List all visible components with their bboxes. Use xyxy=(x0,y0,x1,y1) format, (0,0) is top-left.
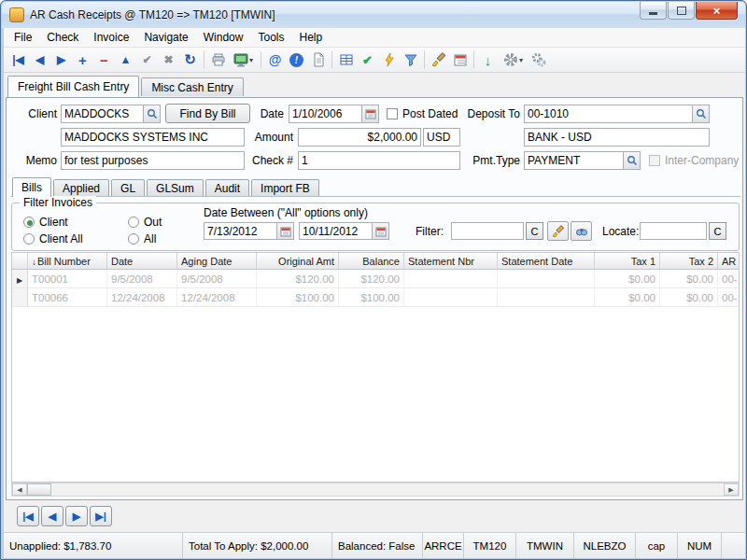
date-input[interactable] xyxy=(289,105,362,123)
radio-icon xyxy=(128,233,139,245)
filter-clear-button[interactable]: C xyxy=(526,222,543,240)
menu-tools[interactable]: Tools xyxy=(250,28,291,48)
check-number-input[interactable] xyxy=(298,151,460,170)
client-input[interactable] xyxy=(61,105,144,123)
first-record-button[interactable]: |◀ xyxy=(7,49,29,71)
email-button[interactable]: @ xyxy=(264,49,286,71)
menu-help[interactable]: Help xyxy=(291,28,330,48)
calendar-toolbar-button[interactable] xyxy=(449,49,471,71)
approve-button[interactable]: ✔ xyxy=(357,49,378,71)
date-from-input[interactable] xyxy=(204,222,277,240)
grid-col-date[interactable]: Date xyxy=(107,253,177,270)
subtab-applied[interactable]: Applied xyxy=(53,179,109,196)
maximize-button[interactable] xyxy=(668,2,695,20)
subtab-bills[interactable]: Bills xyxy=(12,177,51,197)
pmt-type-input[interactable] xyxy=(524,151,624,170)
memo-input[interactable] xyxy=(61,151,245,170)
grid-view-button[interactable] xyxy=(335,49,357,71)
calendar-icon xyxy=(453,52,468,67)
insert-record-button[interactable]: + xyxy=(72,49,93,71)
date-to-input[interactable] xyxy=(299,222,373,240)
close-button[interactable]: × xyxy=(696,2,738,20)
scrollbar-track[interactable] xyxy=(51,483,724,496)
quick-post-button[interactable] xyxy=(378,49,400,71)
date-picker-button[interactable] xyxy=(362,105,379,123)
tools-button[interactable] xyxy=(528,49,549,71)
subtab-audit[interactable]: Audit xyxy=(205,179,249,196)
status-filler xyxy=(722,533,745,558)
menu-window[interactable]: Window xyxy=(196,28,251,48)
status-program: ARRCE xyxy=(423,533,464,558)
scroll-right-button[interactable]: ▶ xyxy=(724,483,739,496)
radio-client[interactable]: Client xyxy=(23,215,68,230)
currency-display[interactable] xyxy=(423,128,460,147)
title-bar[interactable]: AR Cash Receipts @ TM120 => TM120 [TMWIN… xyxy=(2,2,745,28)
grid-col-tax1[interactable]: Tax 1 xyxy=(595,253,660,270)
amount-input[interactable] xyxy=(298,128,421,147)
pmt-type-lookup-button[interactable] xyxy=(624,151,641,170)
tab-freight-bill-cash-entry[interactable]: Freight Bill Cash Entry xyxy=(7,76,139,97)
client-name-display[interactable] xyxy=(61,128,245,147)
info-button[interactable]: ! xyxy=(286,49,307,71)
grid-horizontal-scrollbar[interactable]: ◀ ▶ xyxy=(11,483,740,497)
deposit-to-lookup-button[interactable] xyxy=(693,105,710,123)
customize-button[interactable] xyxy=(428,49,449,71)
minimize-button[interactable] xyxy=(640,2,667,20)
grid-row[interactable]: ▶ T00001 9/5/2008 9/5/2008 $120.00 $120.… xyxy=(12,270,740,288)
cancel-edit-button[interactable]: ✖ xyxy=(158,49,179,71)
scroll-left-button[interactable]: ◀ xyxy=(12,483,27,496)
grid-col-statement-date[interactable]: Statement Date xyxy=(498,253,595,270)
grid-row[interactable]: T00066 12/24/2008 12/24/2008 $100.00 $10… xyxy=(12,288,740,307)
date-from-picker-button[interactable] xyxy=(277,222,294,240)
grid-col-tax2[interactable]: Tax 2 xyxy=(660,253,718,270)
edit-record-button[interactable]: ▲ xyxy=(115,49,136,71)
tab-misc-cash-entry[interactable]: Misc Cash Entry xyxy=(141,77,243,96)
subtab-glsum[interactable]: GLSum xyxy=(147,179,204,196)
menu-file[interactable]: File xyxy=(7,28,39,48)
menu-invoice[interactable]: Invoice xyxy=(86,28,136,48)
grid-col-balance[interactable]: Balance xyxy=(339,253,404,270)
grid-col-ar-c[interactable]: AR C xyxy=(718,253,740,270)
nav-next-button[interactable]: ▶ xyxy=(65,506,88,526)
download-button[interactable]: ↓ xyxy=(477,49,499,71)
filter-button[interactable] xyxy=(400,49,421,71)
scrollbar-thumb[interactable] xyxy=(27,483,51,496)
document-button[interactable] xyxy=(307,49,329,71)
settings-button[interactable]: ▾ xyxy=(499,49,528,71)
subtab-import-fb[interactable]: Import FB xyxy=(251,179,319,196)
deposit-name-display[interactable] xyxy=(524,128,710,147)
menu-navigate[interactable]: Navigate xyxy=(136,28,195,48)
grid-col-aging-date[interactable]: Aging Date xyxy=(177,253,257,270)
nav-prior-button[interactable]: ◀ xyxy=(41,506,63,526)
subtab-gl[interactable]: GL xyxy=(111,179,145,196)
grid-col-bill-number[interactable]: ↓Bill Number xyxy=(28,253,107,270)
grid-col-statement-nbr[interactable]: Statement Nbr xyxy=(404,253,498,270)
grid-col-original-amt[interactable]: Original Amt xyxy=(257,253,339,270)
locate-label: Locate: xyxy=(602,225,639,238)
locate-clear-button[interactable]: C xyxy=(709,222,726,240)
menu-check[interactable]: Check xyxy=(39,28,86,48)
invoice-grid[interactable]: ↓Bill Number Date Aging Date Original Am… xyxy=(11,252,740,483)
currency-field-group xyxy=(423,128,460,147)
filter-input[interactable] xyxy=(451,222,524,240)
next-record-button[interactable]: ▶ xyxy=(50,49,72,71)
post-dated-checkbox[interactable]: Post Dated xyxy=(387,105,458,123)
print-button[interactable] xyxy=(207,49,229,71)
radio-client-all[interactable]: Client All xyxy=(23,231,83,246)
post-edit-button[interactable]: ✔ xyxy=(136,49,158,71)
locate-input[interactable] xyxy=(640,222,707,240)
refresh-button[interactable]: ↻ xyxy=(179,49,201,71)
nav-first-button[interactable]: |◀ xyxy=(17,506,39,526)
print-preview-button[interactable]: ▾ xyxy=(229,49,258,71)
radio-out[interactable]: Out xyxy=(128,215,162,230)
filter-builder-button[interactable] xyxy=(547,221,569,241)
filter-search-button[interactable] xyxy=(571,221,592,241)
nav-last-button[interactable]: ▶| xyxy=(90,506,112,526)
date-to-picker-button[interactable] xyxy=(373,222,389,240)
radio-all[interactable]: All xyxy=(128,231,156,246)
deposit-to-input[interactable] xyxy=(524,105,693,123)
client-lookup-button[interactable] xyxy=(144,105,161,123)
pmt-type-label: Pmt.Type xyxy=(453,151,520,170)
delete-record-button[interactable]: − xyxy=(93,49,115,71)
prior-record-button[interactable]: ◀ xyxy=(29,49,50,71)
